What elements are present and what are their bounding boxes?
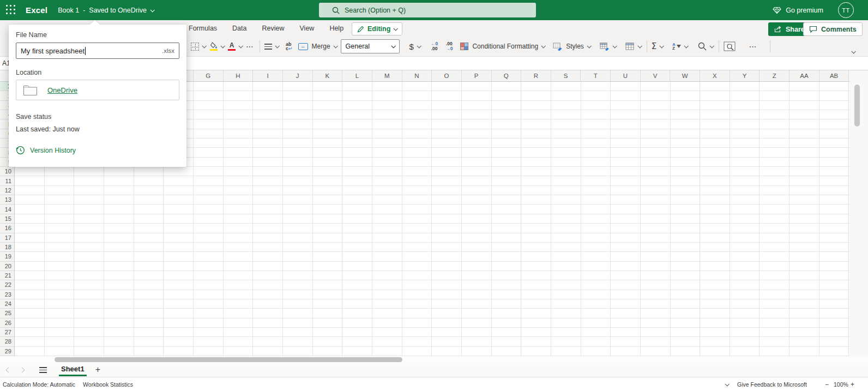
borders-button[interactable] [191,43,206,51]
ribbon-tab-data[interactable]: Data [232,25,246,32]
row-header-19[interactable]: 19 [0,252,15,261]
app-top-bar: Excel Book 1 - Saved to OneDrive Go prem… [0,0,868,20]
row-header-14[interactable]: 14 [0,204,15,214]
autosum-button[interactable]: Σ [652,41,663,51]
column-header-X[interactable]: X [700,70,730,81]
row-header-29[interactable]: 29 [0,347,15,356]
row-header-22[interactable]: 22 [0,280,15,290]
calculation-mode[interactable]: Calculation Mode: Automatic [3,381,75,388]
column-header-I[interactable]: I [253,70,283,81]
zoom-in-button[interactable]: + [851,381,854,388]
premium-label: Go premium [786,7,823,14]
column-header-T[interactable]: T [581,70,611,81]
row-header-12[interactable]: 12 [0,186,15,195]
font-color-button[interactable]: A [228,42,242,51]
conditional-formatting-button[interactable]: Conditional Formatting [460,43,545,50]
column-header-K[interactable]: K [313,70,343,81]
ribbon-tab-view[interactable]: View [300,25,315,32]
column-header-U[interactable]: U [611,70,641,81]
column-header-Z[interactable]: Z [760,70,789,81]
search-input[interactable] [345,7,519,14]
increase-decimal-button[interactable]: .00→0 [445,41,453,51]
status-bar-chevron-icon[interactable] [725,382,729,386]
number-format-select[interactable]: General [341,39,400,53]
doc-title: Book 1 [58,7,79,14]
insert-table-button[interactable] [625,43,641,51]
editing-mode-button[interactable]: Editing [352,22,402,35]
column-header-G[interactable]: G [194,70,224,81]
alignment-button[interactable] [264,44,279,50]
row-header-28[interactable]: 28 [0,337,15,346]
row-header-25[interactable]: 25 [0,309,15,318]
version-history-button[interactable]: Version History [16,146,76,155]
column-header-AB[interactable]: AB [819,70,849,81]
avatar[interactable]: TT [838,2,854,18]
fill-color-button[interactable] [209,42,224,51]
column-header-S[interactable]: S [551,70,581,81]
row-header-16[interactable]: 16 [0,224,15,233]
row-header-10[interactable]: 10 [0,167,15,176]
zoom-out-button[interactable]: − [825,381,829,388]
column-header-W[interactable]: W [670,70,700,81]
row-header-11[interactable]: 11 [0,176,15,185]
merge-button[interactable]: ↔ Merge [298,43,337,50]
column-header-AA[interactable]: AA [789,70,819,81]
file-name-input[interactable]: My first spreadsheet .xlsx [16,43,179,59]
column-header-P[interactable]: P [462,70,492,81]
font-overflow-button[interactable]: ⋯ [246,42,254,51]
location-box: OneDrive [16,80,179,100]
currency-format-button[interactable]: $ [409,42,420,51]
vertical-scrollbar[interactable] [854,85,860,127]
doc-title-menu[interactable]: Book 1 - Saved to OneDrive [58,7,154,14]
feedback-link[interactable]: Give Feedback to Microsoft [737,381,807,388]
column-header-N[interactable]: N [402,70,432,81]
fill-color-icon [209,42,218,51]
sheet-tab-sheet1[interactable]: Sheet1 [59,364,87,376]
zoom-level[interactable]: 100% [834,381,848,388]
column-header-Q[interactable]: Q [492,70,522,81]
row-header-15[interactable]: 15 [0,214,15,224]
column-header-H[interactable]: H [224,70,254,81]
column-header-M[interactable]: M [372,70,402,81]
go-premium-button[interactable]: Go premium [773,0,823,20]
row-header-26[interactable]: 26 [0,318,15,328]
column-header-J[interactable]: J [283,70,313,81]
ribbon-tab-formulas[interactable]: Formulas [189,25,217,32]
row-header-23[interactable]: 23 [0,290,15,299]
styles-button[interactable]: Styles [553,43,590,51]
column-header-L[interactable]: L [342,70,372,81]
format-as-table-button[interactable] [600,43,616,51]
row-header-21[interactable]: 21 [0,271,15,280]
add-sheet-button[interactable]: + [95,365,100,374]
column-header-Y[interactable]: Y [730,70,760,81]
column-header-V[interactable]: V [641,70,671,81]
row-header-27[interactable]: 27 [0,328,15,337]
file-extension: .xlsx [162,47,174,54]
row-header-17[interactable]: 17 [0,233,15,243]
row-header-24[interactable]: 24 [0,299,15,309]
row-header-13[interactable]: 13 [0,195,15,204]
wrap-text-button[interactable]: abc↵ [286,42,293,51]
sort-filter-button[interactable]: AZ [672,43,687,51]
row-header-18[interactable]: 18 [0,243,15,252]
ribbon-overflow-button[interactable]: ⋯ [749,42,757,51]
column-header-O[interactable]: O [432,70,462,81]
chevron-down-icon [541,44,546,48]
prev-sheet-chevron-icon[interactable] [6,367,11,372]
onedrive-link[interactable]: OneDrive [47,86,77,94]
next-sheet-chevron-icon[interactable] [20,367,25,372]
column-header-R[interactable]: R [521,70,551,81]
search-bar[interactable] [319,3,536,17]
horizontal-scrollbar[interactable] [55,357,402,362]
ribbon-tab-review[interactable]: Review [262,25,285,32]
decrease-decimal-button[interactable]: ←0.00 [431,41,438,51]
find-button[interactable] [698,42,713,51]
comments-button[interactable]: Comments [803,22,863,36]
row-header-20[interactable]: 20 [0,262,15,271]
all-sheets-menu-icon[interactable] [39,367,47,373]
app-launcher-waffle-icon[interactable] [6,5,16,15]
sheet-view-button[interactable] [724,41,736,51]
workbook-statistics[interactable]: Workbook Statistics [83,381,133,388]
ribbon-tab-help[interactable]: Help [329,25,343,32]
chevron-down-icon [275,44,279,48]
